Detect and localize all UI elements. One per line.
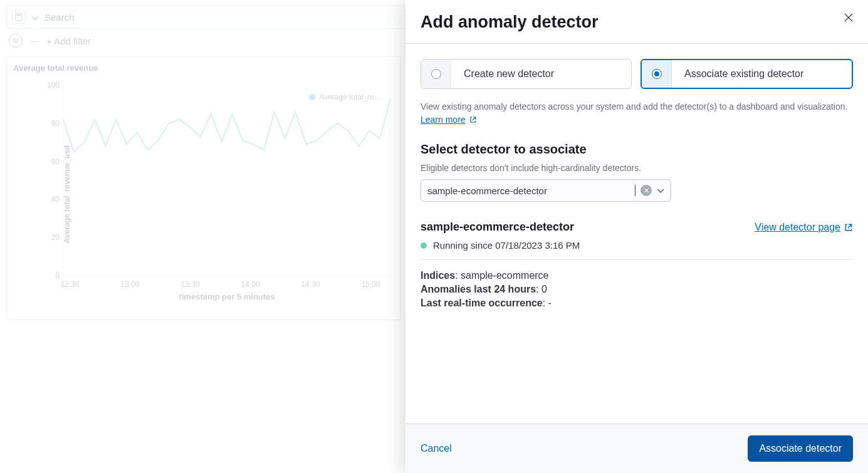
external-link-icon	[469, 116, 477, 123]
detector-indices: Indices: sample-ecommerce	[421, 270, 853, 281]
learn-more-label: Learn more	[421, 115, 466, 125]
view-detector-page-link[interactable]: View detector page	[755, 222, 853, 233]
add-anomaly-detector-flyout: Add anomaly detector Create new detector…	[405, 0, 868, 473]
status-dot-icon	[421, 242, 427, 249]
associate-detector-button[interactable]: Associate detector	[748, 435, 853, 462]
cancel-button[interactable]: Cancel	[421, 443, 452, 454]
detector-last-occurrence: Last real-time occurrence: -	[421, 298, 853, 309]
detector-anomalies: Anomalies last 24 hours: 0	[421, 284, 853, 295]
divider	[421, 259, 853, 260]
text-cursor	[635, 185, 635, 196]
learn-more-link[interactable]: Learn more	[421, 115, 477, 125]
close-icon[interactable]	[844, 13, 853, 24]
flyout-title: Add anomaly detector	[421, 13, 599, 32]
detector-mode-radio-group: Create new detector Associate existing d…	[421, 59, 853, 89]
radio-unchecked-icon	[431, 69, 441, 79]
flyout-footer: Cancel Associate detector	[405, 424, 868, 473]
radio-create-new[interactable]: Create new detector	[421, 59, 632, 89]
detector-combobox[interactable]: sample-ecommerce-detector ✕	[421, 179, 671, 202]
radio-checked-icon	[652, 69, 662, 79]
radio-associate-label: Associate existing detector	[672, 68, 816, 80]
chevron-down-icon[interactable]	[657, 185, 664, 195]
hint-text: View existing anomaly detectors across y…	[421, 100, 853, 113]
external-link-icon	[844, 223, 853, 232]
detector-name: sample-ecommerce-detector	[421, 221, 574, 234]
combobox-value: sample-ecommerce-detector	[427, 185, 629, 196]
detector-status: Running since 07/18/2023 3:16 PM	[421, 240, 853, 251]
radio-create-label: Create new detector	[451, 68, 567, 80]
radio-associate-existing[interactable]: Associate existing detector	[641, 59, 853, 89]
eligible-note: Eligible detectors don't include high-ca…	[421, 163, 853, 173]
view-detector-label: View detector page	[755, 222, 840, 233]
status-text: Running since 07/18/2023 3:16 PM	[433, 240, 580, 251]
clear-icon[interactable]: ✕	[641, 185, 652, 196]
select-detector-heading: Select detector to associate	[421, 142, 853, 157]
